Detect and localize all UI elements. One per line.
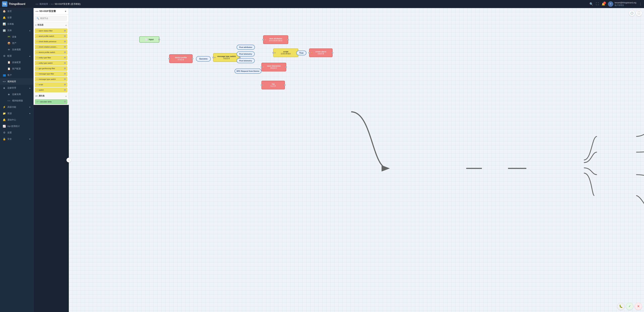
canvas-bottom-controls: 🐛 ✓ ✕ [617,302,642,310]
filter-section-header[interactable]: ≡ 筛选器 ▲ [34,22,69,28]
sidebar-item-edge-instances[interactable]: ◈ 边缘实例 [0,91,34,97]
sidebar-item-config[interactable]: ⚙ 配置 ▲ [0,53,34,59]
filter-node-alarm-status[interactable]: ≡ alarm status filter [35,28,67,33]
filter-node-entity-type-switch[interactable]: ≡ entity type switch [35,61,67,65]
breadcrumb-separator: › [49,3,50,5]
sidebar-item-alarm[interactable]: 🔔 告警 [0,15,34,21]
node-label: switch [38,89,63,91]
create-alarm-right-port [332,52,333,54]
node-icon: ≡ [36,30,38,32]
flow-node-save-attributes[interactable]: save attributes 保存设备静态数据 ⬆ [263,35,288,44]
flow-label-true: True [296,51,306,55]
flow-node-save-timeseries[interactable]: save timeseries 数据保存 ⬆ [262,63,286,71]
expand-icon: ▲ [29,30,31,32]
filter-node-asset-profile[interactable]: ≡ asset profile switch [35,34,67,39]
sidebar-item-home[interactable]: 🏠 首页 [0,8,34,15]
confirm-button[interactable]: ✓ [626,302,633,310]
sidebar-item-device-config[interactable]: 📋 设备配置 [0,59,34,66]
sidebar-item-settings[interactable]: ⚙ 设置 [0,129,34,136]
flow-node-log[interactable]: log log记录 ≡ [262,81,285,89]
breadcrumb-rule-chain[interactable]: 规则链库 [40,3,48,6]
fullscreen-icon[interactable]: ⛶ [596,2,599,6]
node-label: entity type filter [38,57,63,59]
attributes-section-header[interactable]: ≡+ 属性集 ▲ [34,93,69,99]
sidebar-item-rule-chain-templates[interactable]: <-> 规则链模版 [0,97,34,104]
filter-node-check-relation[interactable]: ≡ check relation presen... [35,45,67,49]
filter-section-collapse-icon[interactable]: ▲ [65,24,67,26]
post-attributes-text: Post attributes [239,46,252,48]
sidebar-item-dashboard[interactable]: 📊 仪表板 [0,21,34,27]
node-port [64,30,66,32]
expand-icon: ▲ [29,55,31,57]
sidebar-item-security[interactable]: 🔒 安全 ▼ [0,136,34,142]
sidebar-item-assets[interactable]: 📦 资产 [0,40,34,46]
filter-node-entity-type[interactable]: ≡ entity type filter [35,55,67,60]
create-alarm-title: create alarm [316,51,326,53]
filter-node-script[interactable]: ≡ script [35,82,67,87]
filter-node-device-profile[interactable]: ≡ device profile switch [35,50,67,55]
flow-node-create-alarm[interactable]: create alarm 创建告警 🔔 [309,48,332,57]
sidebar-item-api-stats[interactable]: 📈 Api 使用统计 [0,123,34,129]
flow-node-message-type-switch[interactable]: message type switch 消息处理 ≡ [213,53,240,62]
device-profile-title: device profile [175,57,187,59]
notification-badge: 5 [603,2,606,4]
filter-node-switch[interactable]: ≡ switch [35,88,67,92]
user-menu[interactable]: T tenant@thingsboard.org 租户管理员 [608,1,636,7]
node-icon: ≡ [36,78,38,80]
node-port [64,62,66,64]
rule-template-icon: <-> [8,100,10,102]
sidebar-item-notifications[interactable]: 🔔 通知中心 [0,117,34,123]
canvas-area[interactable]: 🕐 ⛶ [69,8,644,312]
history-button[interactable]: 🕐 [629,10,635,16]
panel-dropdown-icon[interactable]: ▼ [64,10,66,13]
search-icon[interactable]: 🔍 [590,2,593,6]
rule-chain-icon: <-> [3,81,6,83]
attribute-node-calculate-delta[interactable]: ≡+ calculate delta [35,99,67,104]
sidebar-item-customers[interactable]: 👥 客户 [0,72,34,78]
sidebar-item-resources[interactable]: 📁 资源 ▼ [0,110,34,117]
sidebar-item-advanced[interactable]: ⚡ 高级功能 ▼ [0,104,34,110]
attributes-section-collapse-icon[interactable]: ▲ [65,95,67,97]
more-menu-icon[interactable]: ⋮ [639,2,642,6]
edge-instance-icon: ◈ [8,93,10,96]
node-label: message type filter [38,73,63,75]
device-profile-left-port [168,58,170,60]
sidebar-item-entity-view[interactable]: 👁 实体视图 [0,46,34,53]
debug-button[interactable]: 🐛 [617,302,624,310]
panel-wrapper: <-> SD-032F泵告警 ▼ 🔍 [34,8,69,312]
sidebar-item-devices[interactable]: 📟 设备 [0,34,34,40]
resources-icon: 📁 [3,112,6,115]
sidebar-item-entity[interactable]: 🏢 实体 ▲ [0,27,34,34]
expand-icon: ▲ [29,87,31,89]
notification-button[interactable]: 🔔 5 [602,2,605,6]
sidebar-item-label: 设备配置 [12,61,31,64]
asset-config-icon: 📋 [8,67,10,70]
node-label: asset profile switch [38,35,63,37]
search-input[interactable] [35,16,67,21]
fullscreen-button[interactable]: ⛶ [636,10,642,16]
node-icon: ≡ [36,51,38,53]
filter-node-gps[interactable]: ≡ gps geofencing filter [35,66,67,71]
app-logo[interactable]: TB ThingsBoard [2,1,32,7]
input-node-icon: ⬜ [145,38,148,41]
flow-node-script[interactable]: script 设置告警规则 ≡ [273,48,298,57]
flow-node-input[interactable]: ⬜ Input [139,36,160,43]
sidebar-item-edge[interactable]: ◈ 边缘管理 ▲ [0,85,34,91]
node-label: alarm status filter [38,30,63,32]
cancel-button[interactable]: ✕ [634,302,642,310]
filter-section: ≡ 筛选器 ▲ ≡ alarm status filter ≡ [34,22,69,93]
device-profile-subtitle: 管理设备 [178,59,184,61]
sidebar-item-asset-config[interactable]: 📋 资产配置 [0,66,34,72]
true-label-text: True [299,52,303,54]
filter-node-check-fields[interactable]: ≡ check fields presence [35,39,67,44]
filter-node-message-type-switch[interactable]: ≡ message type switch [35,77,67,82]
breadcrumb-current: SD-032F泵告警 (是否根链) [54,3,80,6]
node-icon: ≡ [36,46,38,48]
filter-node-message-type-filter[interactable]: ≡ message type filter [35,71,67,76]
sidebar-item-rule-chains[interactable]: <-> 规则链库 [0,78,34,85]
flow-node-device-profile[interactable]: device profile 管理设备 ⚡ [169,54,193,63]
script-subtitle: 设置告警规则 [281,53,291,55]
node-icon: ≡ [36,89,38,91]
alarm-icon: 🔔 [3,16,6,19]
panel-collapse-button[interactable]: ‹ [66,158,71,163]
